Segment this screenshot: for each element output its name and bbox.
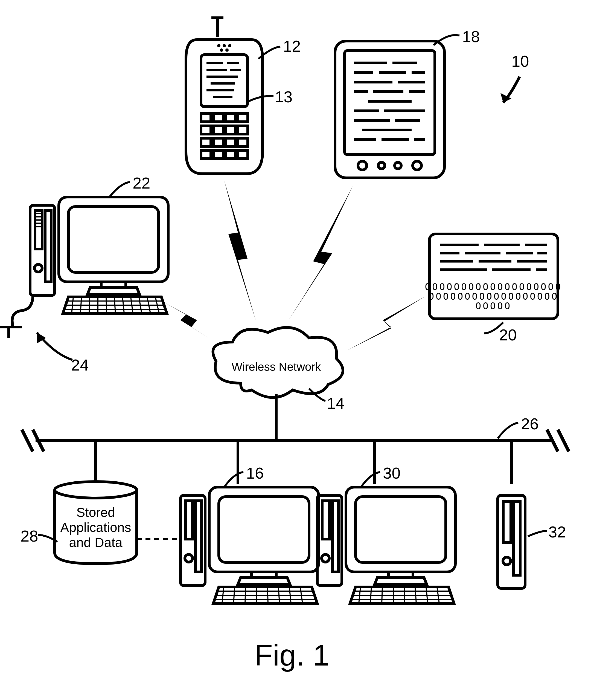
svg-marker-106 bbox=[164, 302, 221, 346]
mobile-phone-icon bbox=[186, 18, 263, 174]
svg-point-2 bbox=[217, 44, 220, 47]
svg-text:OOOOOOOOOOOOOOOOOO: OOOOOOOOOOOOOOOOOO bbox=[429, 291, 559, 302]
svg-rect-30 bbox=[225, 151, 236, 159]
network-bus bbox=[22, 430, 569, 452]
svg-line-153 bbox=[415, 587, 416, 603]
svg-point-34 bbox=[358, 161, 367, 170]
svg-point-35 bbox=[378, 162, 385, 169]
svg-rect-124 bbox=[209, 487, 319, 572]
database-text: Stored Applications and Data bbox=[59, 505, 133, 550]
svg-point-141 bbox=[322, 555, 329, 562]
svg-line-149 bbox=[370, 587, 372, 603]
svg-line-134 bbox=[267, 587, 268, 603]
svg-point-5 bbox=[220, 48, 223, 52]
svg-point-36 bbox=[395, 162, 401, 169]
ref-30: 30 bbox=[383, 464, 401, 482]
svg-text:OOOOOOOOOOOOOOOOOOO: OOOOOOOOOOOOOOOOOOO bbox=[425, 281, 563, 292]
svg-rect-24 bbox=[201, 138, 211, 147]
svg-rect-139 bbox=[322, 501, 329, 539]
svg-point-159 bbox=[503, 557, 511, 565]
svg-rect-68 bbox=[68, 207, 158, 272]
svg-rect-158 bbox=[514, 501, 520, 575]
desktop-pc-icon bbox=[0, 197, 168, 338]
svg-rect-26 bbox=[225, 138, 236, 147]
svg-rect-157 bbox=[503, 501, 511, 542]
tablet-icon bbox=[335, 41, 444, 178]
ref-18: 18 bbox=[462, 27, 480, 46]
svg-marker-104 bbox=[224, 181, 256, 320]
svg-rect-143 bbox=[355, 497, 446, 562]
svg-rect-27 bbox=[238, 138, 248, 147]
database-line1: Stored bbox=[59, 505, 133, 520]
svg-point-66 bbox=[35, 265, 42, 272]
svg-line-131 bbox=[234, 587, 235, 603]
figure-caption: Fig. 1 bbox=[254, 638, 330, 673]
svg-line-75 bbox=[89, 297, 90, 313]
svg-rect-22 bbox=[225, 126, 236, 134]
svg-rect-17 bbox=[213, 114, 223, 122]
svg-rect-31 bbox=[238, 151, 248, 159]
svg-line-113 bbox=[558, 430, 569, 452]
server-pc-30-icon bbox=[317, 487, 455, 603]
svg-rect-29 bbox=[213, 151, 223, 159]
svg-rect-142 bbox=[346, 487, 455, 572]
terminal-icon: OOOOOOOOOOOOOOOOOOO OOOOOOOOOOOOOOOOOO O… bbox=[425, 234, 563, 319]
wireless-bolts bbox=[164, 181, 426, 350]
ref-10-arrow bbox=[501, 77, 520, 103]
diagram-canvas: OOOOOOOOOOOOOOOOOOO OOOOOOOOOOOOOOOOOO O… bbox=[0, 0, 591, 700]
ref-12: 12 bbox=[283, 37, 301, 55]
svg-point-6 bbox=[225, 48, 228, 52]
svg-text:OOOOO: OOOOO bbox=[476, 300, 512, 311]
svg-rect-21 bbox=[213, 126, 223, 134]
svg-point-37 bbox=[413, 161, 421, 170]
svg-rect-67 bbox=[59, 197, 168, 282]
ref-32: 32 bbox=[548, 523, 566, 541]
svg-rect-19 bbox=[238, 114, 248, 122]
svg-rect-25 bbox=[213, 138, 223, 147]
svg-rect-20 bbox=[201, 126, 211, 134]
svg-line-135 bbox=[278, 587, 279, 603]
svg-line-77 bbox=[106, 297, 107, 313]
svg-rect-65 bbox=[45, 211, 51, 282]
svg-rect-16 bbox=[201, 114, 211, 122]
server-tower-32-icon bbox=[498, 495, 525, 588]
ref-22: 22 bbox=[133, 174, 150, 192]
svg-line-150 bbox=[382, 587, 382, 603]
cloud-label-svg: Wireless Network bbox=[232, 360, 321, 373]
ref-24: 24 bbox=[71, 356, 89, 374]
ref-28: 28 bbox=[20, 527, 38, 545]
svg-line-132 bbox=[245, 587, 246, 603]
svg-rect-18 bbox=[225, 114, 236, 122]
svg-marker-105 bbox=[288, 186, 353, 320]
svg-marker-107 bbox=[347, 296, 426, 350]
svg-line-111 bbox=[22, 430, 33, 452]
svg-rect-140 bbox=[332, 501, 338, 572]
svg-rect-122 bbox=[196, 501, 202, 572]
database-line2: Applications bbox=[59, 520, 133, 535]
svg-point-3 bbox=[222, 44, 226, 47]
svg-rect-121 bbox=[185, 501, 193, 539]
ref-13: 13 bbox=[275, 88, 292, 106]
svg-point-4 bbox=[228, 44, 232, 47]
ref-20: 20 bbox=[499, 326, 517, 344]
svg-point-118 bbox=[55, 482, 137, 498]
ref-16: 16 bbox=[246, 464, 264, 482]
database-line3: and Data bbox=[59, 535, 133, 550]
svg-line-152 bbox=[404, 587, 405, 603]
ref-10: 10 bbox=[511, 52, 529, 70]
svg-line-74 bbox=[80, 297, 81, 313]
svg-point-123 bbox=[185, 555, 193, 562]
ref-26: 26 bbox=[521, 415, 539, 433]
ref-14: 14 bbox=[327, 394, 345, 412]
drawing-layer: OOOOOOOOOOOOOOOOOOO OOOOOOOOOOOOOOOOOO O… bbox=[0, 0, 591, 700]
server-pc-16-icon bbox=[181, 487, 319, 603]
cloud-icon: Wireless Network bbox=[213, 328, 343, 398]
svg-line-78 bbox=[114, 297, 115, 313]
svg-rect-125 bbox=[219, 497, 309, 562]
svg-rect-23 bbox=[238, 126, 248, 134]
svg-rect-28 bbox=[201, 151, 211, 159]
